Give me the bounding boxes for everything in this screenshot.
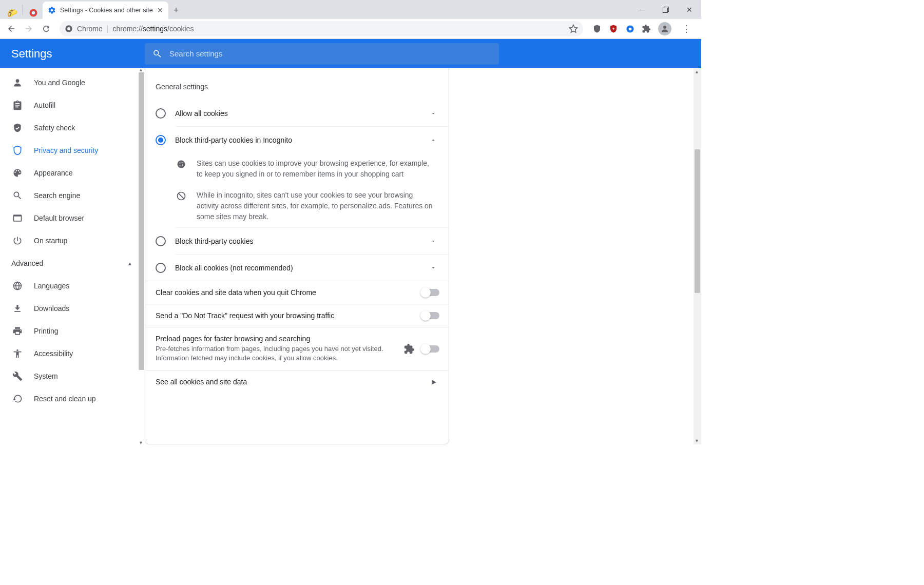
row-clear-on-quit[interactable]: Clear cookies and site data when you qui… bbox=[145, 281, 449, 304]
active-tab[interactable]: Settings - Cookies and other site ✕ bbox=[43, 2, 168, 19]
sidebar-scroll-up[interactable]: ▲ bbox=[138, 68, 144, 72]
row-title: Clear cookies and site data when you qui… bbox=[156, 288, 415, 297]
sidebar-item-languages[interactable]: Languages bbox=[0, 275, 145, 297]
sidebar-advanced-toggle[interactable]: Advanced▲ bbox=[0, 252, 145, 275]
puzzle-icon bbox=[403, 343, 415, 355]
scroll-up-icon[interactable]: ▲ bbox=[694, 69, 700, 74]
toggle-switch[interactable] bbox=[422, 345, 439, 353]
sidebar-item-printing[interactable]: Printing bbox=[0, 320, 145, 342]
chevron-up-icon: ▲ bbox=[127, 261, 132, 266]
row-see-all-cookies[interactable]: See all cookies and site data ▶ bbox=[145, 370, 449, 393]
profile-avatar[interactable] bbox=[658, 22, 671, 35]
sidebar-label: Search engine bbox=[34, 191, 80, 200]
scroll-down-icon[interactable]: ▼ bbox=[694, 438, 700, 443]
sidebar-scrollbar[interactable] bbox=[139, 72, 144, 370]
radio-icon[interactable] bbox=[156, 108, 166, 119]
sidebar-item-downloads[interactable]: Downloads bbox=[0, 297, 145, 320]
chevron-up-icon[interactable] bbox=[425, 137, 441, 143]
browser-toolbar: Chrome | chrome://settings/cookies ⋮ bbox=[0, 19, 701, 39]
wrench-icon bbox=[12, 371, 23, 381]
option-block-incognito[interactable]: Block third-party cookies in Incognito bbox=[145, 127, 449, 153]
main-scrollbar-track[interactable]: ▲ ▼ bbox=[694, 68, 701, 444]
svg-point-16 bbox=[182, 165, 183, 166]
tab-favicon-1[interactable]: 🌮 bbox=[6, 7, 18, 19]
option-detail-1: Sites can use cookies to improve your br… bbox=[145, 153, 449, 185]
forward-button[interactable] bbox=[22, 22, 36, 36]
main-content: General settings Allow all cookies Block… bbox=[145, 68, 701, 444]
sidebar-item-safety-check[interactable]: Safety check bbox=[0, 116, 145, 139]
block-icon bbox=[175, 190, 187, 222]
settings-card: General settings Allow all cookies Block… bbox=[145, 68, 449, 444]
minimize-button[interactable]: ─ bbox=[630, 0, 654, 19]
svg-point-2 bbox=[32, 11, 35, 14]
tab-separator bbox=[23, 5, 23, 15]
sidebar-item-system[interactable]: System bbox=[0, 365, 145, 387]
person-icon bbox=[12, 77, 23, 88]
option-allow-all[interactable]: Allow all cookies bbox=[145, 100, 449, 126]
window-controls: ─ ✕ bbox=[630, 0, 701, 19]
row-do-not-track[interactable]: Send a "Do Not Track" request with your … bbox=[145, 304, 449, 327]
detail-text: While in incognito, sites can't use your… bbox=[197, 190, 441, 222]
radio-icon[interactable] bbox=[156, 236, 166, 246]
clipboard-icon bbox=[12, 100, 23, 110]
gear-icon bbox=[48, 6, 56, 14]
close-icon[interactable]: ✕ bbox=[157, 6, 163, 14]
shield-red-icon[interactable] bbox=[609, 24, 618, 33]
sidebar-item-default-browser[interactable]: Default browser bbox=[0, 207, 145, 229]
reload-button[interactable] bbox=[39, 22, 53, 36]
kebab-menu-icon[interactable]: ⋮ bbox=[679, 23, 694, 34]
palette-icon bbox=[12, 168, 23, 178]
sidebar-label: Printing bbox=[34, 327, 58, 335]
close-window-button[interactable]: ✕ bbox=[678, 0, 701, 19]
back-button[interactable] bbox=[4, 22, 18, 36]
search-icon bbox=[152, 49, 162, 59]
sidebar-label: Downloads bbox=[34, 304, 69, 313]
sidebar-scroll-down[interactable]: ▼ bbox=[138, 440, 144, 444]
toggle-switch[interactable] bbox=[422, 289, 439, 296]
extensions-puzzle-icon[interactable] bbox=[642, 24, 651, 33]
row-preload[interactable]: Preload pages for faster browsing and se… bbox=[145, 327, 449, 370]
sidebar-label: Appearance bbox=[34, 169, 73, 177]
shield-outline-icon bbox=[12, 145, 23, 155]
bookmark-star-icon[interactable] bbox=[569, 24, 578, 33]
circle-blue-icon[interactable] bbox=[625, 24, 634, 33]
option-block-third-party[interactable]: Block third-party cookies bbox=[145, 228, 449, 254]
power-icon bbox=[12, 236, 23, 246]
ublock-icon[interactable] bbox=[592, 24, 602, 33]
chevron-down-icon[interactable] bbox=[425, 265, 441, 271]
radio-selected-icon[interactable] bbox=[156, 135, 166, 145]
chrome-icon bbox=[65, 25, 73, 33]
search-input[interactable] bbox=[169, 49, 492, 58]
sidebar-item-accessibility[interactable]: Accessibility bbox=[0, 342, 145, 365]
sidebar-item-you-and-google[interactable]: You and Google bbox=[0, 71, 145, 94]
maximize-button[interactable] bbox=[654, 0, 678, 19]
svg-point-9 bbox=[663, 26, 666, 29]
printer-icon bbox=[12, 326, 23, 336]
chevron-down-icon[interactable] bbox=[425, 238, 441, 244]
main-scrollbar-thumb[interactable] bbox=[695, 149, 700, 293]
sidebar-label: You and Google bbox=[34, 79, 85, 87]
extension-icons: ⋮ bbox=[589, 22, 697, 35]
sidebar-label: Privacy and security bbox=[34, 146, 98, 154]
settings-header: Settings bbox=[0, 39, 701, 68]
shield-check-icon bbox=[12, 123, 23, 133]
cookie-icon bbox=[175, 158, 187, 180]
sidebar-label: Safety check bbox=[34, 124, 75, 132]
sidebar-item-search-engine[interactable]: Search engine bbox=[0, 184, 145, 207]
sidebar-item-on-startup[interactable]: On startup bbox=[0, 229, 145, 252]
sidebar-item-autofill[interactable]: Autofill bbox=[0, 94, 145, 116]
sidebar: ▲ You and Google Autofill Safety check P… bbox=[0, 68, 145, 444]
option-block-all[interactable]: Block all cookies (not recommended) bbox=[145, 255, 449, 281]
search-settings-box[interactable] bbox=[145, 43, 499, 65]
option-detail-2: While in incognito, sites can't use your… bbox=[145, 185, 449, 227]
radio-icon[interactable] bbox=[156, 263, 166, 273]
sidebar-item-reset[interactable]: Reset and clean up bbox=[0, 387, 145, 410]
chevron-down-icon[interactable] bbox=[425, 110, 441, 116]
tab-favicon-2[interactable] bbox=[27, 7, 40, 19]
option-label: Block third-party cookies in Incognito bbox=[175, 136, 425, 144]
toggle-switch[interactable] bbox=[422, 312, 439, 319]
address-bar[interactable]: Chrome | chrome://settings/cookies bbox=[60, 21, 583, 36]
sidebar-item-privacy-security[interactable]: Privacy and security bbox=[0, 139, 145, 162]
sidebar-item-appearance[interactable]: Appearance bbox=[0, 162, 145, 184]
new-tab-button[interactable]: + bbox=[168, 5, 184, 19]
